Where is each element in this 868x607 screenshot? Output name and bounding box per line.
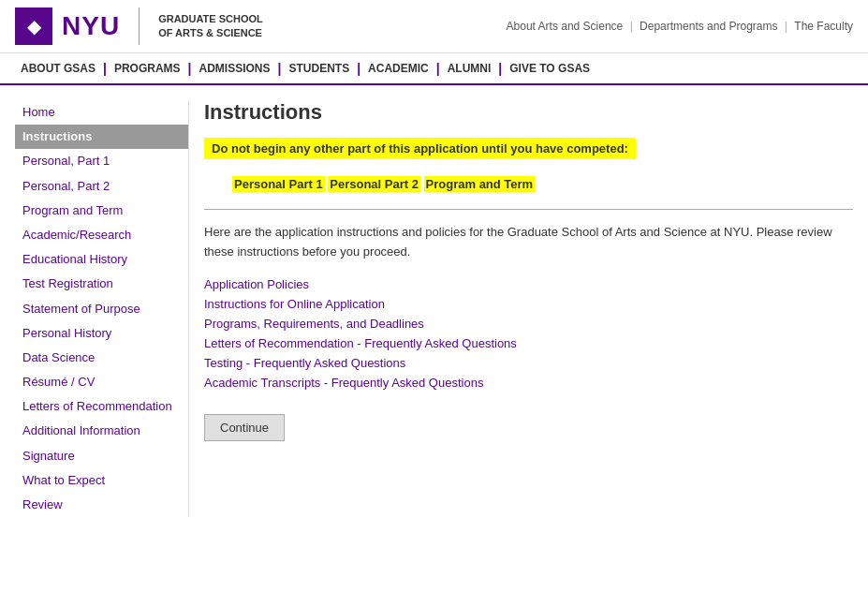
nav-academic[interactable]: ACADEMIC [362, 62, 434, 75]
link-instructions-online[interactable]: Instructions for Online Application [204, 297, 853, 311]
nav-about-gsas[interactable]: ABOUT GSAS [15, 62, 101, 75]
top-links: About Arts and Science | Departments and… [507, 20, 853, 33]
nav-sep-4: | [357, 61, 360, 76]
link-application-policies[interactable]: Application Policies [204, 277, 853, 291]
bullet-item-2: Personal Part 2 [328, 176, 420, 192]
bullet-item-3: Program and Term [424, 176, 536, 192]
top-bar: ◆ NYU GRADUATE SCHOOL OF ARTS & SCIENCE … [0, 0, 868, 53]
sidebar-item-home[interactable]: Home [15, 100, 188, 125]
logo-divider [139, 7, 140, 45]
sidebar: Home Instructions Personal, Part 1 Perso… [15, 100, 188, 517]
sep1: | [630, 20, 636, 33]
nav-alumni[interactable]: ALUMNI [442, 62, 497, 75]
continue-button[interactable]: Continue [204, 414, 285, 441]
sidebar-item-personal1[interactable]: Personal, Part 1 [15, 149, 188, 173]
link-programs-requirements[interactable]: Programs, Requirements, and Deadlines [204, 317, 853, 331]
intro-text: Here are the application instructions an… [204, 223, 853, 262]
sidebar-item-statement[interactable]: Statement of Purpose [15, 297, 188, 321]
nav-programs[interactable]: PROGRAMS [109, 62, 186, 75]
sidebar-item-resume[interactable]: Résumé / CV [15, 370, 188, 394]
torch-icon: ◆ [15, 7, 52, 45]
link-transcripts-faq[interactable]: Academic Transcripts - Frequently Asked … [204, 376, 853, 390]
nav-sep-6: | [498, 61, 502, 76]
page-title: Instructions [204, 100, 853, 125]
sidebar-item-test[interactable]: Test Registration [15, 272, 188, 296]
bullet-list: Personal Part 1 Personal Part 2 Program … [232, 176, 853, 196]
sidebar-item-personal2[interactable]: Personal, Part 2 [15, 174, 188, 199]
sidebar-item-additional[interactable]: Additional Information [15, 419, 188, 443]
nyu-wordmark: NYU [62, 11, 120, 41]
school-name: GRADUATE SCHOOL OF ARTS & SCIENCE [158, 12, 263, 41]
logo-area: ◆ NYU GRADUATE SCHOOL OF ARTS & SCIENCE [15, 7, 263, 45]
sep2: | [785, 20, 790, 33]
sidebar-item-what-to-expect[interactable]: What to Expect [15, 468, 188, 493]
nav-sep-2: | [188, 61, 192, 76]
nav-sep-1: | [103, 61, 107, 76]
sidebar-item-signature[interactable]: Signature [15, 444, 188, 468]
departments-link[interactable]: Departments and Programs [640, 20, 777, 33]
warning-box: Do not begin any other part of this appl… [204, 138, 636, 159]
main-content: Instructions Do not begin any other part… [188, 100, 853, 517]
link-testing-faq[interactable]: Testing - Frequently Asked Questions [204, 356, 853, 370]
nav-sep-3: | [278, 61, 282, 76]
faculty-link[interactable]: The Faculty [794, 20, 853, 33]
nav-give[interactable]: GIVE TO GSAS [504, 62, 596, 75]
sidebar-item-review[interactable]: Review [15, 493, 188, 517]
sidebar-item-instructions[interactable]: Instructions [15, 125, 188, 149]
sidebar-item-data-science[interactable]: Data Science [15, 346, 188, 370]
nav-students[interactable]: STUDENTS [283, 62, 355, 75]
section-divider [204, 209, 853, 210]
sidebar-item-letters[interactable]: Letters of Recommendation [15, 394, 188, 419]
sidebar-item-educational[interactable]: Educational History [15, 247, 188, 272]
link-letters-faq[interactable]: Letters of Recommendation - Frequently A… [204, 336, 853, 350]
content-area: Home Instructions Personal, Part 1 Perso… [0, 85, 868, 532]
links-section: Application Policies Instructions for On… [204, 277, 853, 390]
about-arts-link[interactable]: About Arts and Science [507, 20, 624, 33]
sidebar-item-program-term[interactable]: Program and Term [15, 199, 188, 223]
sidebar-item-personal-history[interactable]: Personal History [15, 321, 188, 346]
main-nav: ABOUT GSAS | PROGRAMS | ADMISSIONS | STU… [0, 53, 868, 85]
bullet-item-1: Personal Part 1 [232, 176, 325, 192]
nav-admissions[interactable]: ADMISSIONS [194, 62, 276, 75]
nav-sep-5: | [436, 61, 440, 76]
sidebar-item-academic[interactable]: Academic/Research [15, 223, 188, 247]
